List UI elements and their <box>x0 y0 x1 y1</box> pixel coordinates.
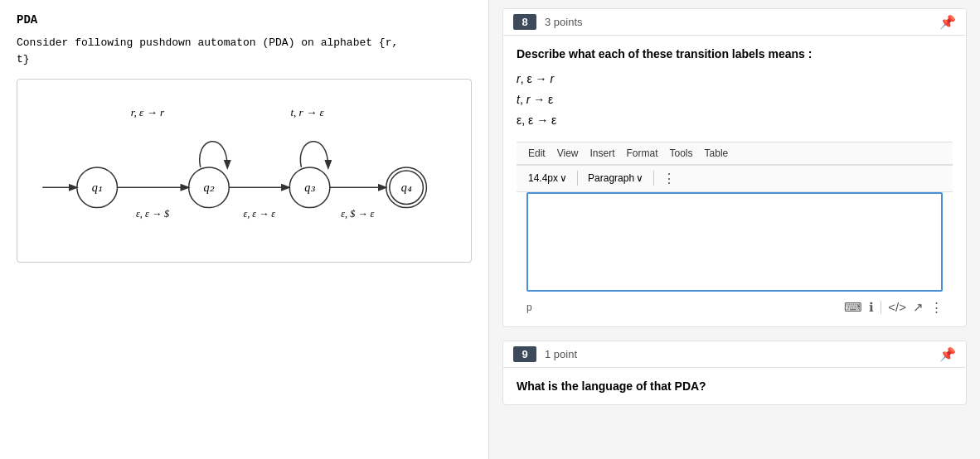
editor-footer-para-indicator: p <box>526 302 532 313</box>
svg-text:q₄: q₄ <box>401 181 412 194</box>
svg-text:q₂: q₂ <box>204 181 215 194</box>
svg-text:q₁: q₁ <box>92 181 103 194</box>
paragraph-label: Paragraph <box>588 172 634 184</box>
pda-svg: r, ε → r t, r → ε q₁ ε, ε → $ q₂ ε, ε → … <box>26 88 463 254</box>
question-8-points: 3 points <box>545 16 583 28</box>
editor-toolbar-format: 14.4px ∨ Paragraph ∨ ⋮ <box>517 165 953 192</box>
font-size-chevron: ∨ <box>560 172 567 184</box>
info-icon[interactable]: ℹ <box>869 300 874 315</box>
paragraph-chevron: ∨ <box>636 172 643 184</box>
footer-separator <box>881 301 881 314</box>
font-size-value: 14.4px <box>528 172 558 184</box>
transition-label-3: ε, ε → ε <box>517 110 953 131</box>
question-8-number: 8 <box>513 14 536 30</box>
expand-icon[interactable]: ↗ <box>913 300 924 315</box>
editor-footer: p ⌨ ℹ </> ↗ ⋮ <box>517 297 953 318</box>
code-icon[interactable]: </> <box>888 300 906 314</box>
transition-labels: r, ε → r t, r → ε ε, ε → ε <box>517 69 953 132</box>
keyboard-icon[interactable]: ⌨ <box>844 300 862 315</box>
question-8-header: 8 3 points 📌 <box>503 9 966 36</box>
format-menu[interactable]: Format <box>622 146 663 161</box>
more-icon[interactable]: ⋮ <box>930 300 943 315</box>
question-9-points: 1 point <box>545 348 577 360</box>
edit-menu[interactable]: Edit <box>523 146 551 161</box>
tools-menu[interactable]: Tools <box>665 146 698 161</box>
svg-text:ε, ε → $: ε, ε → $ <box>136 208 169 220</box>
table-menu[interactable]: Table <box>700 146 734 161</box>
view-menu[interactable]: View <box>552 146 584 161</box>
transition-label-1: r, ε → r <box>517 69 953 89</box>
question-9-header: 9 1 point 📌 <box>503 341 966 368</box>
question-9-number: 9 <box>513 346 536 362</box>
toolbar-more[interactable]: ⋮ <box>659 169 679 188</box>
left-panel: PDA Consider following pushdown automato… <box>0 0 489 459</box>
svg-text:t, r → ε: t, r → ε <box>290 106 324 118</box>
editor-toolbar-menu: Edit View Insert Format Tools Table <box>517 142 953 165</box>
question-8-card: 8 3 points 📌 Describe what each of these… <box>502 8 967 327</box>
svg-text:q₃: q₃ <box>304 181 315 194</box>
insert-menu[interactable]: Insert <box>585 146 619 161</box>
pin-icon[interactable]: 📌 <box>939 14 956 30</box>
transition-label-2: t, r → ε <box>517 89 953 110</box>
svg-text:ε, $ → ε: ε, $ → ε <box>341 208 374 220</box>
editor-footer-actions: ⌨ ℹ </> ↗ ⋮ <box>844 300 943 315</box>
pda-title: PDA <box>17 13 472 27</box>
paragraph-selector[interactable]: Paragraph ∨ <box>583 171 648 186</box>
right-panel: 8 3 points 📌 Describe what each of these… <box>489 0 980 459</box>
question-9-card: 9 1 point 📌 What is the language of that… <box>502 341 967 405</box>
svg-text:ε, ε → ε: ε, ε → ε <box>243 208 275 220</box>
pda-description: Consider following pushdown automaton (P… <box>17 35 472 67</box>
toolbar-separator-2 <box>653 171 654 186</box>
question-9-body: What is the language of that PDA? <box>503 368 966 404</box>
pda-diagram: r, ε → r t, r → ε q₁ ε, ε → $ q₂ ε, ε → … <box>17 79 472 263</box>
font-size-selector[interactable]: 14.4px ∨ <box>523 171 572 186</box>
question-8-prompt: Describe what each of these transition l… <box>517 47 953 60</box>
answer-editor[interactable] <box>526 192 943 292</box>
question-8-body: Describe what each of these transition l… <box>503 36 966 326</box>
svg-text:r, ε → r: r, ε → r <box>131 106 165 118</box>
toolbar-separator-1 <box>577 171 578 186</box>
question-9-prompt: What is the language of that PDA? <box>517 379 953 393</box>
pin-icon-9[interactable]: 📌 <box>939 346 956 362</box>
